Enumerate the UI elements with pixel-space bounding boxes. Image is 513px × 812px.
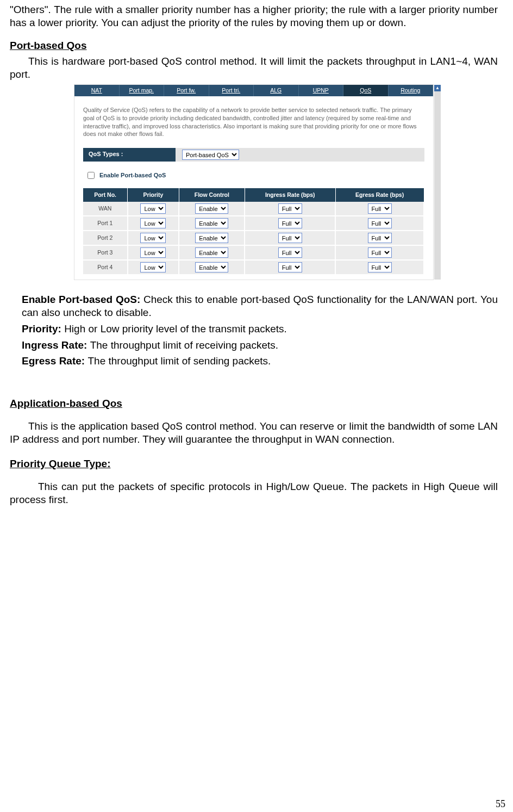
tab-nat[interactable]: NAT <box>74 85 120 96</box>
cell-egress-select[interactable]: Full <box>368 247 392 258</box>
router-nav-tabs: NAT Port map. Port fw. Port tri. ALG UPN… <box>74 85 433 96</box>
qos-intro-text: Quality of Service (QoS) refers to the c… <box>83 106 424 138</box>
pq-type-heading: Priority Queue Type: <box>10 457 498 470</box>
tab-portfw[interactable]: Port fw. <box>164 85 209 96</box>
cell-ingress: Full <box>245 231 335 245</box>
cell-priority-select[interactable]: Low <box>140 262 166 272</box>
cell-port: Port 2 <box>83 231 128 245</box>
app-qos-heading: Application-based Qos <box>10 397 498 410</box>
cell-ingress: Full <box>245 202 335 216</box>
port-qos-table: Port No. Priority Flow Control Ingress R… <box>83 188 424 275</box>
cell-flow: Enable <box>179 245 245 260</box>
scroll-up-icon[interactable]: ▲ <box>434 85 441 91</box>
def-egress-text: The throughput limit of sending packets. <box>87 355 271 367</box>
tab-alg[interactable]: ALG <box>254 85 299 96</box>
cell-flow-select[interactable]: Enable <box>195 233 228 243</box>
tab-qos[interactable]: QoS <box>343 85 389 96</box>
cell-port: Port 3 <box>83 245 128 260</box>
def-priority: Priority: High or Low priority level of … <box>22 323 498 336</box>
def-enable-label: Enable Port-based QoS: <box>22 294 143 305</box>
def-ingress-text: The throughput limit of receiving packet… <box>90 339 278 351</box>
def-egress-label: Egress Rate: <box>22 355 87 367</box>
def-egress: Egress Rate: The throughput limit of sen… <box>22 355 498 368</box>
cell-priority-select[interactable]: Low <box>140 233 166 243</box>
tab-routing[interactable]: Routing <box>389 85 434 96</box>
cell-ingress: Full <box>245 216 335 231</box>
cell-flow-select[interactable]: Enable <box>195 203 228 214</box>
col-port: Port No. <box>83 188 128 202</box>
cell-egress: Full <box>335 231 424 245</box>
cell-priority: Low <box>128 260 179 275</box>
cell-port: WAN <box>83 202 128 216</box>
cell-priority: Low <box>128 231 179 245</box>
pq-type-paragraph: This can put the packets of specific pro… <box>10 480 498 506</box>
cell-ingress-select[interactable]: Full <box>278 233 302 243</box>
col-ingress: Ingress Rate (bps) <box>245 188 335 202</box>
qos-figure: ▲ NAT Port map. Port fw. Port tri. ALG U… <box>74 84 434 281</box>
table-row: Port 3LowEnableFullFull <box>83 245 424 260</box>
col-flow: Flow Control <box>179 188 245 202</box>
tab-porttri[interactable]: Port tri. <box>209 85 254 96</box>
def-enable: Enable Port-based QoS: Check this to ena… <box>22 293 498 319</box>
cell-egress: Full <box>335 260 424 275</box>
cell-egress-select[interactable]: Full <box>368 203 392 214</box>
cell-priority-select[interactable]: Low <box>140 247 166 258</box>
cell-priority: Low <box>128 245 179 260</box>
cell-egress-select[interactable]: Full <box>368 218 392 228</box>
qos-types-select[interactable]: Port-based QoS <box>182 150 239 160</box>
table-row: Port 1LowEnableFullFull <box>83 216 424 231</box>
tab-upnp[interactable]: UPNP <box>299 85 344 96</box>
cell-ingress-select[interactable]: Full <box>278 203 302 214</box>
embedded-scrollbar[interactable]: ▲ <box>434 85 441 280</box>
cell-flow: Enable <box>179 260 245 275</box>
page-number: 55 <box>496 798 505 810</box>
col-priority: Priority <box>128 188 179 202</box>
qos-types-label: QoS Types : <box>83 148 176 162</box>
cell-ingress-select[interactable]: Full <box>278 247 302 258</box>
table-row: WANLowEnableFullFull <box>83 202 424 216</box>
cell-priority: Low <box>128 202 179 216</box>
enable-port-qos-label: Enable Port-based QoS <box>99 172 166 179</box>
cell-priority: Low <box>128 216 179 231</box>
cell-flow-select[interactable]: Enable <box>195 218 228 228</box>
def-ingress: Ingress Rate: The throughput limit of re… <box>22 339 498 352</box>
cell-ingress: Full <box>245 260 335 275</box>
cell-egress: Full <box>335 245 424 260</box>
cell-port: Port 1 <box>83 216 128 231</box>
document-page: "Others". The rule with a smaller priori… <box>0 3 513 812</box>
cell-port: Port 4 <box>83 260 128 275</box>
cell-priority-select[interactable]: Low <box>140 203 166 214</box>
cell-egress: Full <box>335 202 424 216</box>
tab-portmap[interactable]: Port map. <box>120 85 165 96</box>
cell-flow: Enable <box>179 216 245 231</box>
cell-flow: Enable <box>179 231 245 245</box>
cell-flow: Enable <box>179 202 245 216</box>
def-ingress-label: Ingress Rate: <box>22 339 90 351</box>
cell-flow-select[interactable]: Enable <box>195 262 228 272</box>
def-priority-text: High or Low priority level of the transm… <box>64 323 287 334</box>
enable-port-qos-checkbox[interactable] <box>87 172 95 179</box>
cell-flow-select[interactable]: Enable <box>195 247 228 258</box>
port-qos-heading: Port-based Qos <box>10 39 498 52</box>
cell-egress-select[interactable]: Full <box>368 262 392 272</box>
col-egress: Egress Rate (bps) <box>335 188 424 202</box>
cell-egress-select[interactable]: Full <box>368 233 392 243</box>
cell-ingress-select[interactable]: Full <box>278 218 302 228</box>
intro-paragraph: "Others". The rule with a smaller priori… <box>10 3 498 29</box>
app-qos-paragraph: This is the application based QoS contro… <box>10 420 498 446</box>
cell-ingress: Full <box>245 245 335 260</box>
cell-ingress-select[interactable]: Full <box>278 262 302 272</box>
cell-egress: Full <box>335 216 424 231</box>
table-row: Port 4LowEnableFullFull <box>83 260 424 275</box>
cell-priority-select[interactable]: Low <box>140 218 166 228</box>
table-row: Port 2LowEnableFullFull <box>83 231 424 245</box>
port-qos-paragraph: This is hardware port-based QoS control … <box>10 55 498 81</box>
def-priority-label: Priority: <box>22 323 64 334</box>
